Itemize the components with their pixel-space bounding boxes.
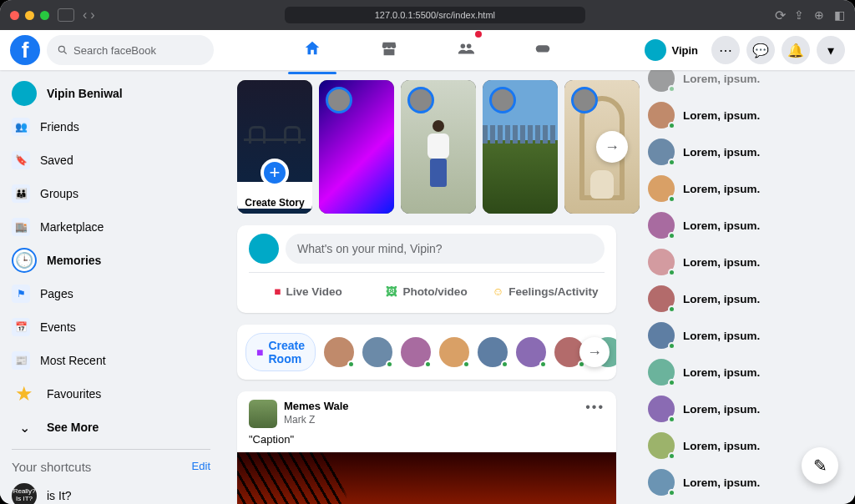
rooms-row: ■ Create Room → (237, 325, 616, 380)
photo-video-button[interactable]: 🖼Photo/video (367, 278, 486, 305)
online-dot-icon (668, 159, 675, 166)
tab-groups[interactable] (457, 33, 475, 68)
menu-button[interactable]: ⋯ (711, 36, 740, 64)
pages-icon: ⚑ (12, 285, 30, 303)
notifications-button[interactable]: 🔔 (782, 36, 810, 64)
contact-row[interactable]: Lorem, ipsum. (641, 501, 850, 504)
sidebar-item-events[interactable]: 📅Events (5, 310, 217, 344)
search-icon (57, 44, 68, 56)
contact-name: Lorem, ipsum. (683, 219, 760, 232)
room-contact[interactable] (362, 337, 392, 367)
avatar-icon (648, 359, 675, 386)
minimize-window-icon[interactable] (25, 11, 34, 20)
shortcuts-edit-link[interactable]: Edit (192, 460, 210, 474)
browser-forward-icon[interactable]: › (90, 8, 94, 23)
search-input[interactable]: Search faceBook (47, 35, 214, 65)
stories-next-button[interactable]: → (596, 131, 628, 163)
sidebar-item-marketplace[interactable]: 🏬Marketplace (5, 210, 217, 244)
browser-back-icon[interactable]: ‹ (83, 8, 87, 23)
tab-marketplace[interactable] (380, 33, 398, 68)
room-contact[interactable] (439, 337, 469, 367)
sidebar-item-saved[interactable]: 🔖Saved (5, 144, 217, 177)
room-contact[interactable] (324, 337, 354, 367)
sidebar-item-recent[interactable]: 📰Most Recent (5, 344, 217, 377)
contact-row[interactable]: Lorem, ipsum. (641, 354, 850, 391)
groups-icon (457, 39, 475, 58)
share-icon[interactable]: ⇪ (794, 8, 804, 22)
feeling-label: Feelings/Activity (508, 285, 598, 298)
messenger-button[interactable]: 💬 (746, 36, 775, 64)
sidebar-see-more[interactable]: ⌄See More (5, 411, 217, 444)
sidebar-item-memories[interactable]: 🕒Memories (5, 244, 217, 277)
contact-row[interactable]: Lorem, ipsum. (641, 244, 850, 280)
see-more-label: See More (47, 421, 99, 434)
address-bar[interactable]: 127.0.0.1:5500/src/index.html (285, 7, 585, 23)
room-contact[interactable] (516, 337, 546, 367)
profile-chip[interactable]: Vipin (642, 37, 705, 63)
feeling-button[interactable]: ☺Feelings/Activity (486, 278, 605, 305)
sidebar-item-pages[interactable]: ⚑Pages (5, 277, 217, 310)
close-window-icon[interactable] (10, 11, 19, 20)
sidebar-item-friends[interactable]: 👥Friends (5, 110, 217, 144)
window-controls[interactable] (10, 11, 49, 20)
post-menu-button[interactable]: ••• (585, 400, 605, 415)
create-room-button[interactable]: ■ Create Room (245, 333, 316, 371)
create-story[interactable]: Create Story + (237, 80, 312, 214)
sidebar-profile[interactable]: Vipin Beniwal (5, 77, 217, 110)
rooms-next-button[interactable]: → (579, 337, 610, 367)
profile-name: Vipin (671, 44, 698, 57)
post-avatar-icon[interactable] (249, 400, 277, 428)
online-dot-icon (668, 379, 675, 386)
chevron-down-icon: ⌄ (12, 415, 37, 440)
post-author[interactable]: Memes Wale (284, 400, 349, 414)
story-avatar-icon (326, 87, 352, 113)
tab-gaming[interactable] (534, 33, 552, 68)
new-message-button[interactable]: ✎ (802, 447, 838, 484)
shortcut-item[interactable]: Really?Is IT?is It? (5, 479, 217, 504)
tabs-icon[interactable]: ◧ (834, 8, 845, 22)
room-contact[interactable] (478, 337, 508, 367)
contact-row[interactable]: Lorem, ipsum. (641, 391, 850, 427)
sidebar-profile-name: Vipin Beniwal (47, 87, 123, 100)
photo-icon: 🖼 (386, 285, 397, 298)
avatar-icon (12, 81, 37, 106)
live-video-button[interactable]: ■Live Video (249, 278, 367, 305)
contact-row[interactable]: Lorem, ipsum. (641, 134, 850, 170)
sidebar-toggle-icon[interactable] (58, 8, 74, 22)
maximize-window-icon[interactable] (40, 11, 49, 20)
room-contact[interactable] (401, 337, 431, 367)
story-item[interactable] (401, 80, 476, 214)
story-item[interactable] (483, 80, 558, 214)
events-icon: 📅 (12, 318, 30, 336)
contact-row[interactable]: Lorem, ipsum. (641, 70, 850, 97)
contact-row[interactable]: Lorem, ipsum. (641, 207, 850, 244)
contact-row[interactable]: Lorem, ipsum. (641, 97, 850, 134)
post-image[interactable] (237, 452, 616, 504)
shortcut-label: is It? (47, 489, 72, 502)
sidebar-item-favourites[interactable]: ★Favourites (5, 377, 217, 411)
online-dot-icon (668, 195, 675, 203)
tab-home[interactable] (303, 33, 321, 68)
avatar-icon (648, 432, 675, 459)
facebook-logo-icon[interactable]: f (10, 35, 40, 65)
online-dot-icon (668, 342, 675, 350)
arrow-right-icon: → (605, 139, 620, 156)
story-item[interactable] (319, 80, 394, 214)
svg-point-2 (461, 44, 466, 49)
contact-row[interactable]: Lorem, ipsum. (641, 317, 850, 354)
story-avatar-icon (489, 87, 516, 113)
sidebar-item-label: Memories (47, 254, 101, 267)
new-tab-icon[interactable]: ⊕ (814, 8, 824, 22)
account-button[interactable]: ▾ (817, 36, 845, 64)
contact-row[interactable]: Lorem, ipsum. (641, 280, 850, 317)
messenger-icon: 💬 (752, 43, 769, 58)
composer-input[interactable]: What's on your mind, Vipin? (286, 234, 605, 264)
avatar-icon (648, 212, 675, 239)
avatar-icon (648, 70, 675, 92)
svg-rect-4 (536, 45, 550, 52)
sidebar-item-groups[interactable]: 👪Groups (5, 177, 217, 210)
reload-icon[interactable]: ⟳ (775, 8, 786, 23)
sidebar-item-label: Groups (40, 187, 78, 200)
post-subtitle[interactable]: Mark Z (284, 414, 349, 427)
contact-row[interactable]: Lorem, ipsum. (641, 170, 850, 207)
